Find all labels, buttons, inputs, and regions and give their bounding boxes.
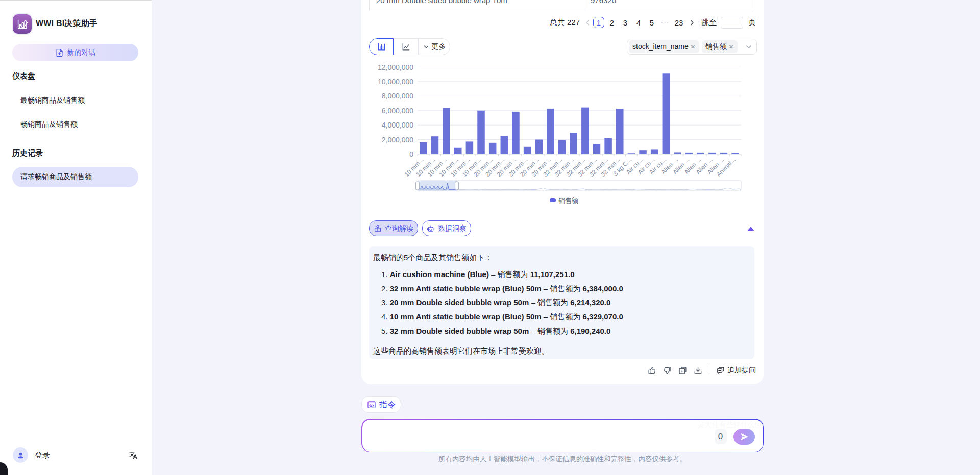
svg-text:10,000,000: 10,000,000 bbox=[378, 78, 413, 86]
svg-text:2,000,000: 2,000,000 bbox=[382, 136, 413, 144]
svg-text:销售额: 销售额 bbox=[558, 197, 578, 205]
svg-text:4,000,000: 4,000,000 bbox=[382, 121, 413, 129]
svg-text:12,000,000: 12,000,000 bbox=[378, 63, 413, 71]
svg-text:0: 0 bbox=[409, 150, 413, 158]
svg-text:6,000,000: 6,000,000 bbox=[382, 107, 413, 115]
svg-text:8,000,000: 8,000,000 bbox=[382, 92, 413, 100]
